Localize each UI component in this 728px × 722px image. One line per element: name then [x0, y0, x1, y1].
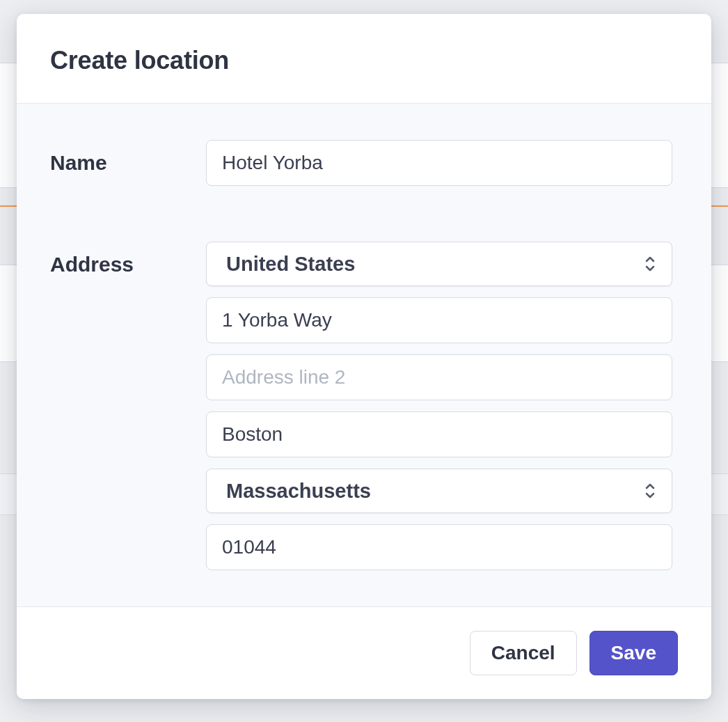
modal-body: Name Address United States: [17, 104, 711, 606]
state-select[interactable]: Massachusetts: [206, 469, 672, 513]
save-button[interactable]: Save: [589, 631, 678, 675]
modal-footer: Cancel Save: [17, 606, 711, 699]
name-input[interactable]: [206, 140, 672, 186]
country-select-wrap: United States: [206, 242, 672, 286]
form-row-name: Name: [50, 140, 672, 186]
city-input[interactable]: [206, 411, 672, 457]
cancel-button[interactable]: Cancel: [470, 631, 577, 675]
postal-input[interactable]: [206, 524, 672, 570]
state-select-value: Massachusetts: [226, 480, 371, 503]
form-row-address: Address United States: [50, 242, 672, 570]
create-location-modal: Create location Name Address United Stat…: [17, 14, 711, 699]
address-label: Address: [50, 242, 189, 276]
country-select[interactable]: United States: [206, 242, 672, 286]
address-line1-input[interactable]: [206, 297, 672, 343]
state-select-wrap: Massachusetts: [206, 469, 672, 513]
modal-header: Create location: [17, 14, 711, 104]
name-label: Name: [50, 140, 189, 175]
modal-title: Create location: [50, 46, 678, 75]
country-select-value: United States: [226, 253, 355, 276]
address-line2-input[interactable]: [206, 354, 672, 400]
